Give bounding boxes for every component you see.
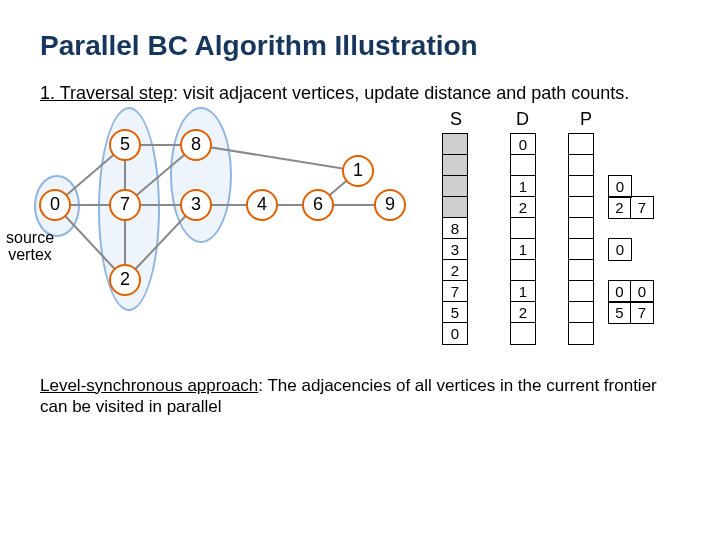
step-desc: 1. Traversal step: visit adjacent vertic… xyxy=(40,82,680,105)
cell xyxy=(443,155,467,176)
cell: 0 xyxy=(511,134,535,155)
cell: 2 xyxy=(511,302,535,323)
cell xyxy=(511,260,535,281)
step-desc-prefix: 1. Traversal step xyxy=(40,83,173,103)
col-S: 8 3 2 7 5 0 xyxy=(442,133,468,345)
edges xyxy=(40,115,420,345)
node-1: 1 xyxy=(342,155,374,187)
node-0: 0 xyxy=(39,189,71,221)
col-label-D: D xyxy=(516,109,529,130)
pside-r2: 2 7 xyxy=(608,196,654,219)
cell: 1 xyxy=(511,281,535,302)
node-5: 5 xyxy=(109,129,141,161)
col-P xyxy=(568,133,594,345)
pside-r5: 5 7 xyxy=(608,301,654,324)
pside-r4: 0 0 xyxy=(608,280,654,303)
cell: 1 xyxy=(511,239,535,260)
cell xyxy=(569,302,593,323)
cell xyxy=(569,134,593,155)
approach-desc: Level-synchronous approach: The adjacenc… xyxy=(40,375,680,418)
scene: 0 5 7 2 8 3 4 6 1 9 source vertex S D P … xyxy=(40,115,680,355)
cell xyxy=(569,239,593,260)
col-label-P: P xyxy=(580,109,592,130)
cell: 1 xyxy=(511,176,535,197)
cell xyxy=(569,323,593,344)
node-4: 4 xyxy=(246,189,278,221)
cell: 0 xyxy=(443,323,467,344)
cell xyxy=(569,197,593,218)
slide-title: Parallel BC Algorithm Illustration xyxy=(40,30,680,62)
source-vertex-label: source vertex xyxy=(6,229,54,264)
node-2: 2 xyxy=(109,264,141,296)
approach-prefix: Level-synchronous approach xyxy=(40,376,258,395)
cell xyxy=(443,197,467,218)
step-desc-rest: : visit adjacent vertices, update distan… xyxy=(173,83,629,103)
col-label-S: S xyxy=(450,109,462,130)
cell xyxy=(569,281,593,302)
node-8: 8 xyxy=(180,129,212,161)
cell xyxy=(511,218,535,239)
cell xyxy=(569,218,593,239)
cell: 5 xyxy=(443,302,467,323)
cell xyxy=(511,323,535,344)
cell xyxy=(443,176,467,197)
cell: 3 xyxy=(443,239,467,260)
cell xyxy=(443,134,467,155)
pside-r3: 0 xyxy=(608,238,632,261)
node-7: 7 xyxy=(109,189,141,221)
cell xyxy=(569,260,593,281)
cell: 2 xyxy=(443,260,467,281)
cell: 8 xyxy=(443,218,467,239)
col-D: 0 1 2 1 1 2 xyxy=(510,133,536,345)
frontier-level-2 xyxy=(170,107,232,243)
cell xyxy=(569,176,593,197)
cell xyxy=(569,155,593,176)
node-3: 3 xyxy=(180,189,212,221)
cell: 7 xyxy=(443,281,467,302)
node-9: 9 xyxy=(374,189,406,221)
pside-r1: 0 xyxy=(608,175,632,198)
node-6: 6 xyxy=(302,189,334,221)
cell xyxy=(511,155,535,176)
cell: 2 xyxy=(511,197,535,218)
